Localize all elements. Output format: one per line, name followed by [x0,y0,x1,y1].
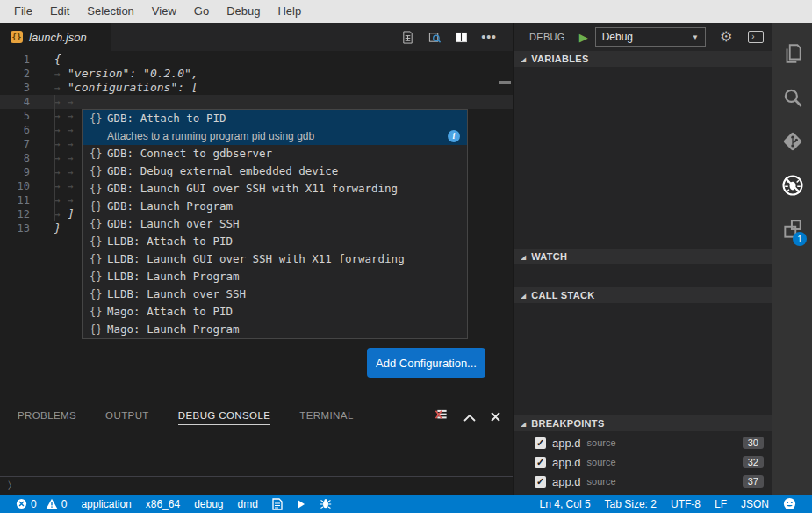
snippet-braces-icon: {} [90,250,107,268]
menu-go[interactable]: Go [185,0,218,23]
breakpoint-checkbox[interactable]: ✓ [535,476,546,488]
debug-icon[interactable] [772,163,812,207]
problems-status[interactable]: 0 0 [9,495,74,513]
whitespace-arrow: → [68,138,81,152]
suggest-item-7[interactable]: {}LLDB: Launch GUI over SSH with X11 for… [83,250,467,268]
suggest-item-1[interactable]: {}GDB: Connect to gdbserver [83,145,467,163]
suggest-item-0[interactable]: {}GDB: Attach to PIDAttaches to a runnin… [83,110,467,145]
start-debug-icon[interactable]: ▶ [579,31,588,44]
code-text: "configurations": [ [68,81,198,94]
snippet-braces-icon: {} [90,303,107,321]
line-number: 12 [0,207,42,221]
line-number: 1 [0,53,42,67]
line-number: 9 [0,165,42,179]
overview-ruler [499,51,499,402]
debug-bug-icon[interactable] [313,495,339,513]
panel-tab-output[interactable]: OUTPUT [105,407,149,424]
maximize-panel-icon[interactable] [463,409,476,425]
tab-bar: {} launch.json ••• [0,23,513,51]
search-icon[interactable] [772,76,812,119]
panel-tab-terminal[interactable]: TERMINAL [299,407,353,424]
panel-tab-debug-console[interactable]: DEBUG CONSOLE [178,407,271,425]
suggest-widget: {}GDB: Attach to PIDAttaches to a runnin… [82,109,468,339]
watch-content [514,264,772,287]
section-breakpoints[interactable]: ◢ BREAKPOINTS [514,415,772,431]
suggest-item-3[interactable]: {}GDB: Launch GUI over SSH with X11 forw… [83,180,467,198]
eol[interactable]: LF [708,495,734,513]
suggest-item-11[interactable]: {}Mago: Launch Program [83,321,467,338]
whitespace-arrow: → [68,124,81,138]
code-text: { [54,53,61,66]
breakpoint-checkbox[interactable]: ✓ [535,457,546,468]
section-variables[interactable]: ◢ VARIABLES [514,51,772,67]
json-file-icon: {} [11,31,23,43]
configure-gear-icon[interactable]: ⚙ [720,30,732,44]
suggest-item-6[interactable]: {}LLDB: Attach to PID [83,233,467,250]
status-compiler[interactable]: dmd [231,495,265,513]
menu-edit[interactable]: Edit [41,0,78,23]
add-configuration-button[interactable]: Add Configuration... [367,348,485,378]
suggest-item-4[interactable]: {}GDB: Launch Program [83,198,467,215]
suggest-item-main: {}LLDB: Attach to PID [83,233,467,250]
feedback-smiley-icon[interactable] [776,495,803,513]
run-icon[interactable] [290,495,313,513]
line-number: 5 [0,109,42,123]
menu-help[interactable]: Help [269,0,310,23]
suggest-item-9[interactable]: {}LLDB: Launch over SSH [83,285,467,303]
suggest-item-main: {}GDB: Connect to gdbserver [83,145,467,163]
status-application[interactable]: application [74,495,138,513]
clear-console-icon[interactable] [435,408,449,425]
breakpoint-row[interactable]: ✓app.dsource32 [514,452,772,472]
suggest-item-label: LLDB: Launch over SSH [107,285,246,303]
section-call-stack[interactable]: ◢ CALL STACK [514,287,772,303]
panel-tab-problems[interactable]: PROBLEMS [18,407,76,424]
menu-bar: FileEditSelectionViewGoDebugHelp [0,0,812,23]
menu-file[interactable]: File [5,0,41,23]
section-watch[interactable]: ◢ WATCH [514,249,772,264]
line-text: →→ [42,179,81,192]
status-build-type[interactable]: debug [187,495,230,513]
status-arch[interactable]: x86_64 [139,495,187,513]
open-preview-icon[interactable] [428,31,442,44]
tab-size[interactable]: Tab Size: 2 [598,495,664,513]
split-editor-icon[interactable] [455,32,468,43]
scroll-marker[interactable] [499,81,511,84]
suggest-item-main: {}GDB: Attach to PID [83,110,467,127]
breakpoint-checkbox[interactable]: ✓ [535,437,546,449]
encoding[interactable]: UTF-8 [664,495,708,513]
close-panel-icon[interactable] [491,409,500,425]
menu-selection[interactable]: Selection [78,0,142,23]
breakpoint-row[interactable]: ✓app.dsource37 [514,472,772,491]
whitespace-arrow: → [68,110,81,124]
line-text: →→ [42,165,81,178]
debug-config-select[interactable]: Debug ▼ [595,27,706,47]
suggest-item-10[interactable]: {}Mago: Attach to PID [83,303,467,321]
code-line-3[interactable]: 3→"configurations": [ [0,81,513,95]
extensions-icon[interactable]: 1 [772,207,812,251]
error-count: 0 [31,498,37,510]
code-line-2[interactable]: 2→"version": "0.2.0", [0,67,513,81]
warning-count: 0 [61,498,68,510]
breakpoint-row[interactable]: ✓app.dsource30 [514,433,772,452]
suggest-item-2[interactable]: {}GDB: Debug external embedded device [83,163,467,180]
open-changes-icon[interactable] [401,31,414,44]
menu-debug[interactable]: Debug [218,0,269,23]
source-control-icon[interactable] [772,119,812,163]
explorer-icon[interactable] [772,32,812,76]
info-icon[interactable]: i [448,130,460,142]
line-text: →"version": "0.2.0", [42,67,198,80]
dub-file-icon[interactable] [265,495,290,513]
menu-view[interactable]: View [143,0,185,23]
suggest-item-main: {}GDB: Debug external embedded device [83,163,467,180]
code-line-1[interactable]: 1{ [0,53,513,67]
suggest-item-5[interactable]: {}GDB: Launch over SSH [83,215,467,233]
debug-console-toggle-icon[interactable]: › [748,31,764,43]
code-line-4[interactable]: 4→→ [0,95,513,109]
suggest-item-8[interactable]: {}LLDB: Launch Program [83,268,467,285]
line-number: 3 [0,81,42,95]
more-actions-icon[interactable]: ••• [481,33,497,41]
cursor-position[interactable]: Ln 4, Col 5 [533,495,598,513]
debug-console-input[interactable]: 〉 [0,476,513,495]
tab-launch-json[interactable]: {} launch.json [0,23,112,51]
language-mode[interactable]: JSON [734,495,776,513]
